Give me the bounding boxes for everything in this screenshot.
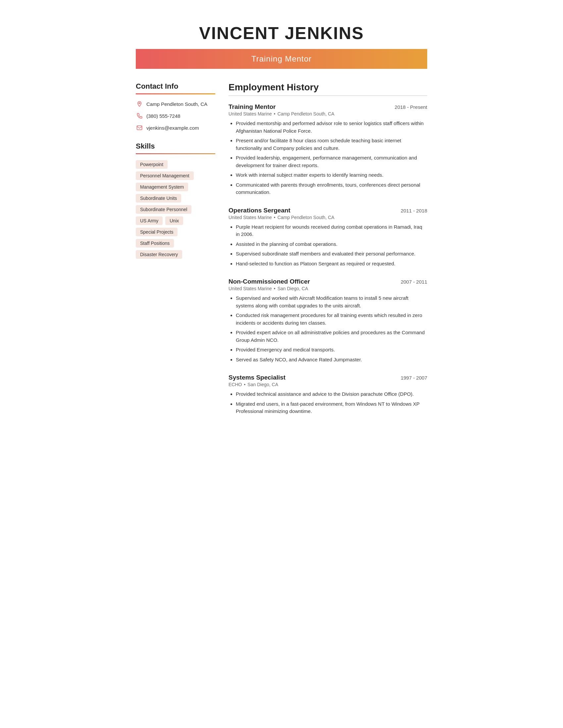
bullet-item: Communicated with parents through enroll… bbox=[236, 181, 427, 196]
job-dates: 2007 - 2011 bbox=[401, 279, 427, 285]
skills-section: Skills PowerpointPersonnel ManagementMan… bbox=[136, 142, 215, 259]
job-entry: Operations Sergeant2011 - 2018United Sta… bbox=[228, 207, 427, 268]
job-location: San Diego, CA bbox=[277, 286, 308, 291]
bullet-item: Supervised subordinate staff members and… bbox=[236, 250, 427, 258]
phone-text: (380) 555-7248 bbox=[146, 113, 180, 119]
bullet-item: Provided mentorship and performed adviso… bbox=[236, 120, 427, 135]
job-org-name: United States Marine bbox=[228, 286, 272, 291]
job-location: Camp Pendleton South, CA bbox=[277, 215, 335, 220]
bullet-item: Supervised and worked with Aircraft Modi… bbox=[236, 295, 427, 309]
svg-point-0 bbox=[139, 103, 140, 104]
contact-section-title: Contact Info bbox=[136, 82, 215, 91]
bullet-item: Hand-selected to function as Platoon Ser… bbox=[236, 260, 427, 268]
location-text: Camp Pendleton South, CA bbox=[146, 101, 207, 107]
job-title: Training Mentor bbox=[228, 103, 276, 111]
title-bar: Training Mentor bbox=[136, 49, 427, 69]
contact-email: vjenkins@example.com bbox=[136, 124, 215, 131]
skill-tag: Staff Positions bbox=[136, 239, 174, 248]
dot-separator: • bbox=[274, 111, 275, 116]
sidebar: Contact Info Camp Pendleton South, CA bbox=[136, 82, 215, 426]
job-org: United States Marine•San Diego, CA bbox=[228, 286, 427, 291]
svg-rect-1 bbox=[137, 126, 142, 130]
skill-tag: Subordinate Units bbox=[136, 194, 181, 203]
bullet-item: Migrated end users, in a fast-paced envi… bbox=[236, 400, 427, 415]
bullet-item: Conducted risk management procedures for… bbox=[236, 312, 427, 327]
bullet-item: Provided expert advice on all administra… bbox=[236, 329, 427, 344]
job-org: United States Marine•Camp Pendleton Sout… bbox=[228, 111, 427, 116]
skill-tag: Disaster Recovery bbox=[136, 250, 182, 259]
job-entry: Systems Specialist1997 - 2007ECHO•San Di… bbox=[228, 374, 427, 415]
job-bullets: Provided technical assistance and advice… bbox=[228, 390, 427, 415]
jobs-container: Training Mentor2018 - PresentUnited Stat… bbox=[228, 103, 427, 415]
contact-divider bbox=[136, 93, 215, 94]
job-title: Systems Specialist bbox=[228, 374, 286, 381]
dot-separator: • bbox=[244, 382, 245, 387]
job-dates: 1997 - 2007 bbox=[401, 375, 427, 381]
job-title: Training Mentor bbox=[251, 54, 312, 63]
contact-location: Camp Pendleton South, CA bbox=[136, 100, 215, 108]
job-location: Camp Pendleton South, CA bbox=[277, 111, 335, 116]
skill-tag: US Army bbox=[136, 216, 163, 225]
job-header: Operations Sergeant2011 - 2018 bbox=[228, 207, 427, 214]
skills-divider bbox=[136, 153, 215, 154]
bullet-item: Purple Heart recipient for wounds receiv… bbox=[236, 223, 427, 238]
job-entry: Non-Commissioned Officer2007 - 2011Unite… bbox=[228, 278, 427, 363]
job-bullets: Purple Heart recipient for wounds receiv… bbox=[228, 223, 427, 268]
dot-separator: • bbox=[274, 286, 275, 291]
skill-tag: Subordinate Personnel bbox=[136, 205, 191, 214]
job-dates: 2018 - Present bbox=[395, 104, 427, 110]
job-org-name: United States Marine bbox=[228, 215, 272, 220]
bullet-item: Served as Safety NCO, and Advance Rated … bbox=[236, 356, 427, 364]
employment-divider bbox=[228, 95, 427, 96]
bullet-item: Present and/or facilitate 8 hour class r… bbox=[236, 137, 427, 152]
bullet-item: Provided Emergency and medical transport… bbox=[236, 346, 427, 354]
job-header: Non-Commissioned Officer2007 - 2011 bbox=[228, 278, 427, 285]
skill-tag: Special Projects bbox=[136, 228, 177, 236]
job-title: Operations Sergeant bbox=[228, 207, 291, 214]
job-bullets: Provided mentorship and performed adviso… bbox=[228, 120, 427, 196]
main-content: Employment History Training Mentor2018 -… bbox=[228, 82, 427, 426]
job-org-name: ECHO bbox=[228, 382, 242, 387]
full-name: VINCENT JENKINS bbox=[136, 23, 427, 43]
job-org-name: United States Marine bbox=[228, 111, 272, 116]
job-header: Training Mentor2018 - Present bbox=[228, 103, 427, 111]
job-title: Non-Commissioned Officer bbox=[228, 278, 310, 285]
bullet-item: Provided leadership, engagement, perform… bbox=[236, 154, 427, 169]
job-location: San Diego, CA bbox=[247, 382, 278, 387]
skills-list: PowerpointPersonnel ManagementManagement… bbox=[136, 160, 215, 259]
email-icon bbox=[136, 124, 143, 131]
job-org: ECHO•San Diego, CA bbox=[228, 382, 427, 387]
skill-tag: Unix bbox=[165, 216, 183, 225]
bullet-item: Provided technical assistance and advice… bbox=[236, 390, 427, 398]
phone-icon bbox=[136, 112, 143, 119]
skills-section-title: Skills bbox=[136, 142, 215, 151]
header: VINCENT JENKINS bbox=[136, 13, 427, 43]
job-header: Systems Specialist1997 - 2007 bbox=[228, 374, 427, 381]
skill-tag: Management System bbox=[136, 183, 188, 191]
job-org: United States Marine•Camp Pendleton Sout… bbox=[228, 215, 427, 220]
job-dates: 2011 - 2018 bbox=[401, 208, 427, 213]
skill-tag: Personnel Management bbox=[136, 171, 194, 180]
employment-section-title: Employment History bbox=[228, 82, 427, 93]
dot-separator: • bbox=[274, 215, 275, 220]
bullet-item: Assisted in the planning of combat opera… bbox=[236, 241, 427, 248]
location-icon bbox=[136, 100, 143, 108]
bullet-item: Work with internal subject matter expert… bbox=[236, 171, 427, 179]
email-text: vjenkins@example.com bbox=[146, 125, 199, 131]
skill-tag: Powerpoint bbox=[136, 160, 167, 169]
job-bullets: Supervised and worked with Aircraft Modi… bbox=[228, 295, 427, 363]
job-entry: Training Mentor2018 - PresentUnited Stat… bbox=[228, 103, 427, 196]
contact-phone: (380) 555-7248 bbox=[136, 112, 215, 119]
